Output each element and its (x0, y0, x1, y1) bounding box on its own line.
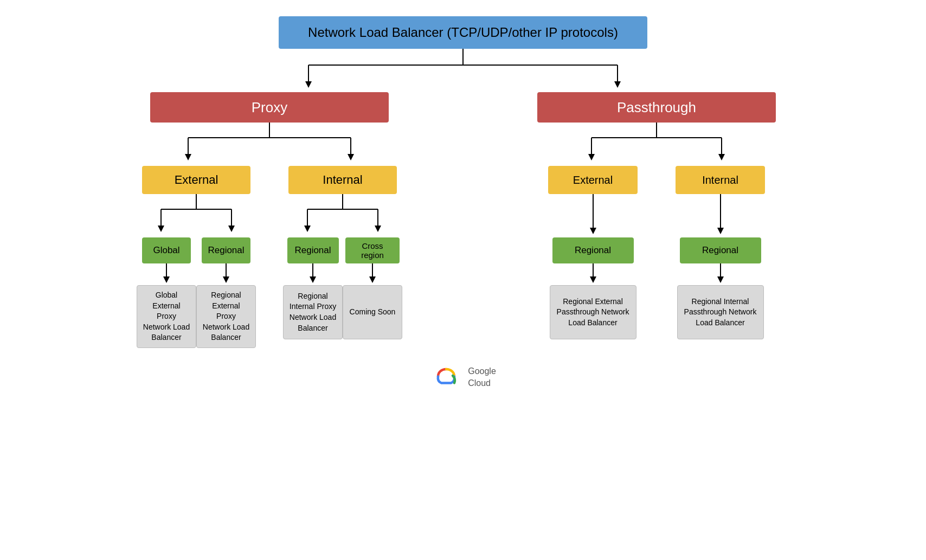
svg-marker-3 (305, 81, 312, 88)
proxy-int-regional-node: Regional (287, 237, 339, 263)
passthrough-node: Passthrough (537, 92, 776, 123)
proxy-node: Proxy (150, 92, 389, 123)
proxy-int-cross-node: Cross region (345, 237, 400, 263)
root-connector (219, 49, 707, 92)
svg-marker-37 (718, 154, 725, 160)
svg-marker-19 (163, 276, 170, 283)
svg-marker-31 (369, 276, 376, 283)
svg-marker-27 (375, 226, 381, 232)
google-cloud-icon (430, 364, 462, 390)
leaf-regional-ext-passthrough: Regional External Passthrough Network Lo… (550, 285, 636, 339)
svg-marker-45 (717, 276, 724, 283)
svg-marker-43 (717, 228, 724, 234)
svg-marker-11 (348, 154, 354, 160)
svg-marker-15 (158, 226, 164, 232)
diagram: Network Load Balancer (TCP/UDP/other IP … (11, 16, 915, 390)
svg-marker-39 (590, 228, 596, 234)
passthrough-internal-node: Internal (676, 166, 765, 194)
proxy-internal-node: Internal (288, 166, 397, 194)
svg-marker-25 (304, 226, 311, 232)
leaf-global-ext-proxy: Global External Proxy Network Load Balan… (137, 285, 196, 348)
leaf-regional-int-proxy: Regional Internal Proxy Network Load Bal… (283, 285, 343, 339)
proxy-ext-regional-node: Regional (202, 237, 250, 263)
leaf-regional-int-passthrough: Regional Internal Passthrough Network Lo… (677, 285, 764, 339)
leaf-coming-soon: Coming Soon (343, 285, 402, 339)
svg-marker-21 (223, 276, 229, 283)
svg-marker-5 (614, 81, 621, 88)
proxy-ext-global-node: Global (142, 237, 191, 263)
proxy-external-node: External (142, 166, 250, 194)
passthrough-int-regional-node: Regional (680, 237, 761, 263)
google-cloud-footer: GoogleCloud (430, 364, 496, 390)
passthrough-external-node: External (548, 166, 638, 194)
proxy-connector (139, 123, 400, 166)
svg-marker-29 (310, 276, 316, 283)
proxy-int-connector (286, 194, 400, 237)
svg-marker-9 (185, 154, 191, 160)
proxy-ext-connector (139, 194, 253, 237)
passthrough-ext-regional-node: Regional (552, 237, 634, 263)
passthrough-connector (543, 123, 770, 166)
svg-marker-35 (588, 154, 595, 160)
google-cloud-label: GoogleCloud (468, 365, 496, 390)
leaf-regional-ext-proxy: Regional External Proxy Network Load Bal… (196, 285, 256, 348)
svg-marker-17 (228, 226, 235, 232)
svg-marker-41 (590, 276, 596, 283)
root-node: Network Load Balancer (TCP/UDP/other IP … (279, 16, 647, 49)
